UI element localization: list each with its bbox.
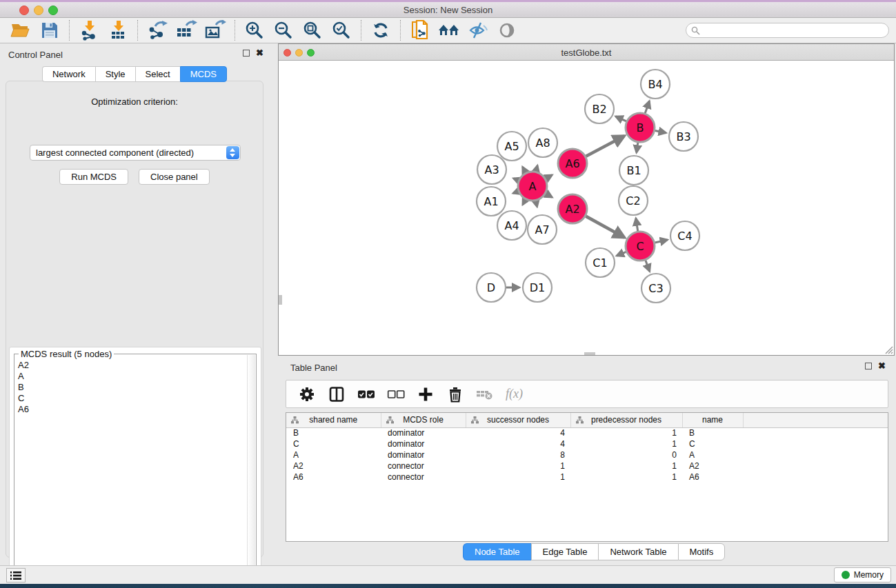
tab-style[interactable]: Style [95,66,135,82]
unchecked-boxes-icon[interactable] [387,385,405,403]
graph-edge-A6-B[interactable] [586,136,624,156]
table-row[interactable]: Adominator80A [286,449,888,460]
run-mcds-button[interactable]: Run MCDS [59,169,128,185]
graph-edge-B-B4[interactable] [645,101,649,114]
checked-boxes-icon[interactable] [357,385,375,403]
graph-node-A6[interactable]: A6 [558,149,587,178]
document-share-icon[interactable] [408,19,432,41]
table-row[interactable]: Bdominator41B [286,427,888,438]
tab-network[interactable]: Network [42,66,95,82]
graph-edge-C-C4[interactable] [655,240,667,243]
criterion-select[interactable]: largest connected component (directed) [30,145,241,161]
graph-node-B4[interactable]: B4 [641,70,670,99]
network-window-titlebar[interactable]: testGlobe.txt [279,44,894,61]
graph-edge-A-A4[interactable] [523,199,526,204]
table-row[interactable]: A6connector11A6 [286,472,888,483]
graph-node-A8[interactable]: A8 [528,128,557,157]
graph-node-B2[interactable]: B2 [585,94,614,123]
horizontal-scrollbar-thumb[interactable] [584,352,595,355]
graph-edge-A-A7[interactable] [536,201,537,206]
refresh-icon[interactable] [369,19,392,41]
graph-node-A5[interactable]: A5 [497,132,526,161]
graph-edge-A-A6[interactable] [546,175,552,179]
graph-edge-A-A3[interactable] [513,179,518,181]
tab-network-table[interactable]: Network Table [598,543,677,560]
graph-node-A1[interactable]: A1 [477,187,506,216]
graph-edge-A-A1[interactable] [513,192,518,194]
eye-slash-icon[interactable] [466,19,490,41]
function-icon[interactable]: f(x) [506,387,523,401]
gear-icon[interactable] [298,385,316,403]
graph-node-A2[interactable]: A2 [558,194,587,223]
graph-node-A4[interactable]: A4 [497,211,526,240]
tab-select[interactable]: Select [135,66,180,82]
close-panel-icon[interactable]: ✖ [878,363,886,369]
resize-grip[interactable] [884,345,893,354]
delete-table-icon[interactable] [476,385,494,403]
close-panel-button[interactable]: Close panel [139,169,210,185]
column-header-predecessor-nodes[interactable]: predecessor nodes [570,413,682,427]
graph-node-C3[interactable]: C3 [641,274,670,303]
mcds-result-item[interactable]: A [18,371,247,382]
mcds-result-item[interactable]: A2 [18,360,247,371]
float-panel-icon[interactable] [865,363,872,369]
graph-node-A3[interactable]: A3 [477,155,506,184]
graph-node-C[interactable]: C [626,232,655,261]
column-header-MCDS-role[interactable]: MCDS role [381,413,466,427]
graph-edge-A-A5[interactable] [523,167,526,172]
column-header-name[interactable]: name [682,413,743,427]
zoom-fit-icon[interactable] [301,19,324,41]
scrollbar-track[interactable] [247,355,255,582]
open-folder-icon[interactable] [9,19,32,41]
float-panel-icon[interactable] [243,50,250,57]
network-canvas[interactable]: B4B2BB3A5A8A6A3B1AC2A1A2A4A7C4CC1C3DD1 [279,61,894,355]
export-network-icon[interactable] [146,19,169,41]
table-row[interactable]: A2connector11A2 [286,460,888,472]
graph-node-B3[interactable]: B3 [669,122,698,151]
graph-edge-B-B1[interactable] [637,143,638,152]
graph-node-B1[interactable]: B1 [619,156,648,185]
save-floppy-icon[interactable] [38,19,61,41]
graph-edge-C-C2[interactable] [636,219,638,232]
graph-edge-B-B2[interactable] [616,116,626,121]
mcds-result-item[interactable]: B [18,382,247,393]
graph-edge-C-C1[interactable] [617,252,626,256]
graph-node-D1[interactable]: D1 [523,273,552,302]
close-panel-icon[interactable]: ✖ [256,50,263,57]
export-table-icon[interactable] [175,19,198,41]
column-header-shared-name[interactable]: shared name [286,413,381,427]
graph-edge-C-C3[interactable] [646,261,650,272]
houses-icon[interactable] [437,19,461,41]
graph-edge-A-A2[interactable] [546,194,552,197]
import-table-icon[interactable] [106,19,130,41]
task-history-button[interactable] [6,568,26,582]
eye-icon[interactable] [495,19,519,41]
search-input[interactable] [686,23,889,38]
graph-node-B[interactable]: B [626,113,655,142]
graph-edge-A2-C[interactable] [586,216,624,238]
table-row[interactable]: Cdominator41C [286,438,888,449]
zoom-in-icon[interactable] [243,19,266,41]
tab-motifs[interactable]: Motifs [678,543,726,560]
export-image-icon[interactable] [203,19,227,41]
graph-node-D[interactable]: D [477,273,506,302]
mcds-result-item[interactable]: A6 [18,404,247,415]
graph-node-A[interactable]: A [518,172,547,201]
tab-mcds[interactable]: MCDS [180,66,227,82]
mcds-result-item[interactable]: C [18,393,247,404]
mcds-result-list[interactable]: A2ABCA6 [15,360,247,582]
graph-node-A7[interactable]: A7 [528,215,557,244]
graph-node-C4[interactable]: C4 [670,221,699,250]
node-table[interactable]: shared nameMCDS rolesuccessor nodesprede… [286,412,888,542]
graph-edge-A-A8[interactable] [536,165,537,172]
plus-icon[interactable] [417,385,435,403]
graph-node-C1[interactable]: C1 [586,248,615,277]
vertical-scrollbar-thumb[interactable] [279,295,282,305]
graph-node-C2[interactable]: C2 [619,186,648,215]
memory-button[interactable]: Memory [834,567,891,582]
tab-node-table[interactable]: Node Table [463,543,531,560]
columns-icon[interactable] [328,385,346,403]
trash-icon[interactable] [446,385,464,403]
graph-edge-B-B3[interactable] [655,130,666,132]
zoom-selected-icon[interactable] [330,19,353,41]
